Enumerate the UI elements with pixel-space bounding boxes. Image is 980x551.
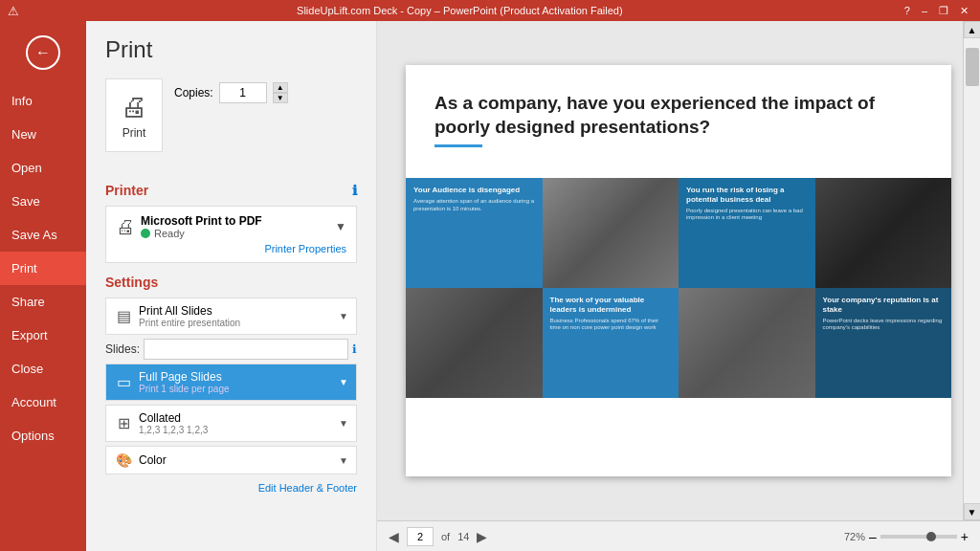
sidebar-item-export[interactable]: Export <box>0 319 86 352</box>
setting2-sub: Print 1 slide per page <box>139 384 333 394</box>
sidebar-item-close[interactable]: Close <box>0 352 86 386</box>
help-btn[interactable]: ? <box>901 5 914 16</box>
back-button[interactable]: ← <box>19 29 67 77</box>
full-page-slides-setting[interactable]: ▭ Full Page Slides Print 1 slide per pag… <box>105 364 357 401</box>
scroll-thumb[interactable] <box>966 48 979 86</box>
copies-input[interactable] <box>219 82 267 103</box>
sidebar-item-open[interactable]: Open <box>0 151 86 185</box>
page-total: 14 <box>457 531 469 542</box>
grid-cell-7 <box>679 288 815 398</box>
setting1-sub: Print entire presentation <box>139 318 333 328</box>
setting3-sub: 1,2,3 1,2,3 1,2,3 <box>139 425 333 435</box>
grid-cell-1: Your Audience is disengaged Average atte… <box>406 178 543 288</box>
printer-dropdown-arrow[interactable]: ▼ <box>335 220 346 233</box>
printer-section-label: Printer <box>105 183 148 198</box>
slides-label: Slides: <box>105 342 140 356</box>
maximize-btn[interactable]: ❐ <box>935 5 952 17</box>
sidebar-item-save[interactable]: Save <box>0 185 86 218</box>
printer-block: 🖨 Microsoft Print to PDF Ready ▼ Printer… <box>105 206 357 263</box>
slide-preview: As a company, have you experienced the i… <box>406 65 951 476</box>
sidebar: ← Info New Open Save Save As Print Share… <box>0 21 86 551</box>
setting1-main: Print All Slides <box>139 304 333 318</box>
ready-dot <box>141 229 150 238</box>
setting2-main: Full Page Slides <box>139 370 333 384</box>
zoom-slider[interactable] <box>880 535 957 539</box>
edit-header-footer-link[interactable]: Edit Header & Footer <box>105 482 357 494</box>
next-page-btn[interactable]: ▶ <box>477 529 487 544</box>
title-bar: ⚠ SlideUpLift.com Deck - Copy – PowerPoi… <box>0 0 980 21</box>
scroll-up-btn[interactable]: ▲ <box>964 21 981 38</box>
window-title: SlideUpLift.com Deck - Copy – PowerPoint… <box>19 5 901 16</box>
print-button[interactable]: 🖨 Print <box>105 78 163 152</box>
collated-setting[interactable]: ⊞ Collated 1,2,3 1,2,3 1,2,3 ▼ <box>105 405 357 442</box>
slides-input[interactable] <box>144 339 348 360</box>
cell1-body: Average attention span of an audience du… <box>413 198 535 213</box>
zoom-out-btn[interactable]: – <box>869 529 877 544</box>
page-input[interactable] <box>407 527 434 546</box>
cell6-title: The work of your valuable leaders is und… <box>550 296 672 314</box>
slide-grid: Your Audience is disengaged Average atte… <box>406 178 951 398</box>
sidebar-item-print[interactable]: Print <box>0 252 86 285</box>
zoom-in-btn[interactable]: + <box>961 529 969 544</box>
printer-properties-link[interactable]: Printer Properties <box>116 243 346 254</box>
print-btn-label: Print <box>122 126 146 140</box>
close-btn[interactable]: ✕ <box>956 5 972 17</box>
warning-icon: ⚠ <box>8 4 19 18</box>
vertical-scrollbar[interactable]: ▲ ▼ <box>963 21 980 520</box>
sidebar-item-saveas[interactable]: Save As <box>0 218 86 252</box>
zoom-label: 72% <box>844 531 865 542</box>
setting1-arrow: ▼ <box>339 311 348 321</box>
scroll-down-btn[interactable]: ▼ <box>964 503 981 520</box>
slide-underline <box>434 144 482 147</box>
printer-small-icon: 🖨 <box>116 216 135 238</box>
print-title: Print <box>105 36 357 63</box>
back-icon: ← <box>26 35 60 70</box>
cell3-body: Poorly designed presentation can leave a… <box>686 208 808 223</box>
page-of-label: of <box>441 531 450 542</box>
grid-cell-5 <box>406 288 543 398</box>
slides-info-icon[interactable]: ℹ <box>352 342 357 356</box>
sidebar-item-share[interactable]: Share <box>0 285 86 319</box>
minimize-btn[interactable]: – <box>918 5 931 16</box>
setting4-arrow: ▼ <box>339 455 348 466</box>
copies-spinner[interactable]: ▲ ▼ <box>273 82 288 103</box>
slides-icon: ▤ <box>114 307 133 325</box>
slide-preview-container: As a company, have you experienced the i… <box>377 21 980 520</box>
grid-cell-4 <box>815 178 952 288</box>
sidebar-item-new[interactable]: New <box>0 118 86 151</box>
sidebar-nav: Info New Open Save Save As Print Share E… <box>0 84 86 551</box>
copies-down[interactable]: ▼ <box>273 93 288 103</box>
grid-cell-6: The work of your valuable leaders is und… <box>543 288 679 398</box>
sidebar-item-options[interactable]: Options <box>0 419 86 452</box>
cell3-title: You run the risk of losing a potential b… <box>686 186 808 204</box>
copies-label: Copies: <box>174 86 213 99</box>
page-icon: ▭ <box>114 373 133 391</box>
sidebar-item-info[interactable]: Info <box>0 84 86 118</box>
print-icon: 🖨 <box>121 91 147 122</box>
setting3-arrow: ▼ <box>339 418 348 429</box>
print-all-slides-setting[interactable]: ▤ Print All Slides Print entire presenta… <box>105 298 357 335</box>
cell8-title: Your company's reputation is at stake <box>823 296 945 314</box>
preview-bottom: ◀ of 14 ▶ 72% – + <box>377 520 980 551</box>
setting4-main: Color <box>139 453 333 467</box>
prev-page-btn[interactable]: ◀ <box>389 529 399 544</box>
print-panel: Print 🖨 Print Copies: ▲ ▼ Printer <box>86 21 377 551</box>
color-setting[interactable]: 🎨 Color ▼ <box>105 446 357 474</box>
grid-cell-2 <box>543 178 679 288</box>
grid-cell-3: You run the risk of losing a potential b… <box>679 178 815 288</box>
cell8-body: PowerPoint decks leave impressions regar… <box>823 318 945 333</box>
zoom-area: 72% – + <box>844 529 969 544</box>
printer-status: Ready <box>154 228 185 239</box>
collated-icon: ⊞ <box>114 414 133 432</box>
preview-area: As a company, have you experienced the i… <box>377 21 980 551</box>
cell1-title: Your Audience is disengaged <box>413 186 535 195</box>
copies-up[interactable]: ▲ <box>273 82 288 93</box>
sidebar-item-account[interactable]: Account <box>0 386 86 419</box>
color-icon: 🎨 <box>114 452 133 468</box>
slides-row: Slides: ℹ <box>105 339 357 360</box>
printer-info-icon[interactable]: ℹ <box>352 183 357 198</box>
grid-cell-8: Your company's reputation is at stake Po… <box>815 288 952 398</box>
slide-heading: As a company, have you experienced the i… <box>434 92 923 139</box>
cell6-body: Business Professionals spend 67% of thei… <box>550 318 672 333</box>
printer-name: Microsoft Print to PDF <box>141 214 329 228</box>
